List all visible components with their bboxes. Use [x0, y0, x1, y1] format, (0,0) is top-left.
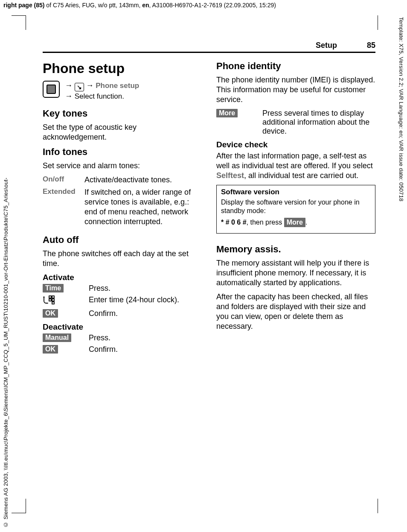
- paragraph: Set service and alarm tones:: [43, 161, 202, 171]
- softkey-manual: Manual: [43, 333, 71, 342]
- copyright-note-left: © Siemens AG 2003, \\Itl.eu\muc\Projekte…: [3, 178, 9, 528]
- paragraph: Set the type of acoustic key acknowledge…: [43, 123, 202, 142]
- page-title: Phone setup: [43, 61, 202, 76]
- text-fragment: After the last information page, a self-…: [216, 152, 373, 170]
- paragraph: After the last information page, a self-…: [216, 151, 375, 181]
- box-heading: Software version: [221, 188, 371, 196]
- page-content: Setup 85 Phone setup → ↘ → Phone setup →…: [43, 41, 375, 357]
- subheading-deactivate: Deactivate: [43, 322, 202, 332]
- step-text: Confirm.: [89, 345, 202, 354]
- crop-mark-icon: [378, 499, 378, 513]
- running-head: Setup 85: [43, 41, 375, 53]
- paragraph: The phone switches off each day at the s…: [43, 249, 202, 269]
- step-text: Enter time (24-hour clock).: [89, 295, 202, 304]
- breadcrumb-select: Select function.: [75, 92, 124, 100]
- arrow-right-icon: →: [65, 92, 73, 100]
- step-row: Enter time (24-hour clock).: [43, 295, 202, 307]
- header-part-rest: of C75 Aries, FUG, w/o ptt, 143mm,: [44, 2, 142, 9]
- paragraph: The phone identity number (IMEI) is disp…: [216, 75, 375, 105]
- softkey-more: More: [284, 218, 305, 227]
- arrow-right-icon: →: [86, 81, 93, 90]
- software-version-box: Software version Display the software ve…: [216, 185, 375, 234]
- arrow-right-icon: →: [65, 81, 73, 90]
- heading-memory-assist: Memory assis.: [216, 244, 375, 255]
- svg-rect-0: [49, 296, 51, 298]
- template-note-right: Template: X75, Version 2.2; VAR Language…: [398, 17, 404, 202]
- subheading-activate: Activate: [43, 273, 202, 282]
- subheading-device-check: Device check: [216, 140, 375, 149]
- definition-text: If switched on, a wider range of service…: [84, 187, 202, 227]
- step-row: Time Press.: [43, 284, 202, 293]
- softkey-ok: OK: [43, 345, 58, 354]
- svg-rect-2: [49, 299, 51, 301]
- step-text: Press several times to display additiona…: [262, 109, 375, 136]
- breadcrumb: → ↘ → Phone setup → Select function.: [43, 81, 202, 101]
- crop-mark-icon: [378, 15, 378, 30]
- definition-text: Activate/deactivate tones.: [84, 175, 202, 185]
- step-row: OK Confirm.: [43, 309, 202, 318]
- text-fragment: .: [305, 219, 307, 226]
- header-part-bold: right page (85): [3, 2, 44, 9]
- keypad-icon: [43, 295, 55, 307]
- header-lang: en: [142, 2, 149, 9]
- heading-key-tones: Key tones: [43, 108, 202, 119]
- settings-nav-icon: ↘: [75, 83, 84, 91]
- paragraph: After the capacity has been checked, all…: [216, 292, 375, 331]
- svg-rect-4: [52, 302, 54, 304]
- heading-info-tones: Info tones: [43, 146, 202, 158]
- step-row: More Press several times to display addi…: [216, 109, 375, 136]
- softkey-time: Time: [43, 284, 64, 292]
- svg-rect-1: [52, 296, 54, 298]
- svg-rect-3: [52, 299, 54, 301]
- text-fragment: , then press: [247, 219, 284, 226]
- step-text: Press.: [89, 333, 202, 342]
- menu-icon: [43, 81, 60, 98]
- step-row: OK Confirm.: [43, 345, 202, 354]
- section-name: Setup: [316, 41, 337, 50]
- ussd-code: * # 0 6 #: [221, 219, 247, 226]
- paragraph: The memory assistant will help you if th…: [216, 258, 375, 288]
- box-text: Display the software version for your ph…: [221, 198, 371, 215]
- definition-row: On/off Activate/deactivate tones.: [43, 175, 202, 185]
- text-fragment: , all individual test are carried out.: [244, 171, 358, 180]
- crop-mark-icon: [26, 499, 26, 513]
- term-selftest: Selftest: [216, 171, 244, 181]
- step-text: Confirm.: [89, 309, 202, 318]
- breadcrumb-target: Phone setup: [96, 82, 139, 90]
- box-code-line: * # 0 6 #, then press More.: [221, 218, 371, 227]
- term-extended: Extended: [43, 187, 80, 227]
- definition-row: Extended If switched on, a wider range o…: [43, 187, 202, 227]
- page-number: 85: [367, 41, 375, 50]
- print-header: right page (85) of C75 Aries, FUG, w/o p…: [0, 0, 407, 9]
- softkey-ok: OK: [43, 309, 58, 318]
- term-onoff: On/off: [43, 175, 80, 185]
- softkey-more: More: [216, 109, 238, 117]
- step-row: Manual Press.: [43, 333, 202, 342]
- left-column: Phone setup → ↘ → Phone setup → Select f…: [43, 61, 202, 357]
- step-text: Press.: [89, 284, 202, 293]
- header-tail: , A31008-H6970-A1-2-7619 (22.09.2005, 15…: [149, 2, 276, 9]
- right-column: Phone identity The phone identity number…: [216, 61, 375, 357]
- heading-phone-identity: Phone identity: [216, 61, 375, 72]
- crop-mark-icon: [26, 15, 26, 30]
- heading-auto-off: Auto off: [43, 234, 202, 246]
